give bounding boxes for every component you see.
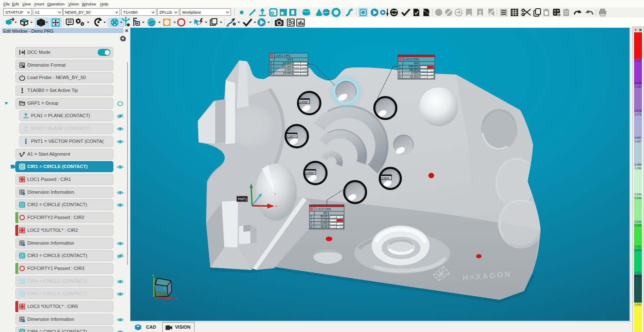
svg-text:CIR8*: CIR8* [300, 100, 308, 104]
svg-text:CIR4: CIR4 [382, 176, 389, 180]
svg-text:X: X [175, 296, 178, 301]
svg-text:Z: Z [163, 286, 166, 290]
svg-text:CIR7*: CIR7* [287, 135, 296, 138]
svg-text:CIR6*: CIR6* [306, 171, 315, 175]
svg-text:PNT1: PNT1 [238, 197, 247, 201]
svg-text:x: x [276, 204, 277, 208]
svg-text:Y: Y [152, 274, 154, 278]
